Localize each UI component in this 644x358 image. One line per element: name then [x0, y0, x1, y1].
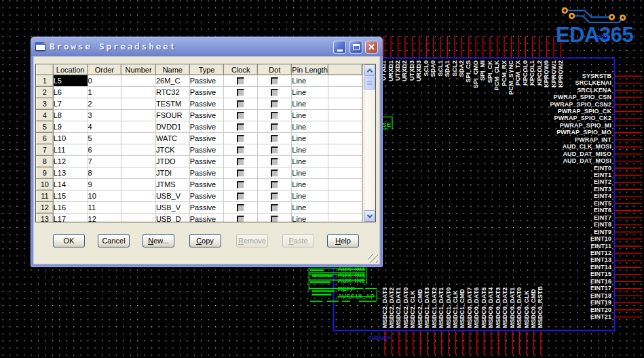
cell-name[interactable]: WATC: [155, 133, 189, 144]
clock-checkbox[interactable]: [237, 135, 244, 142]
clock-checkbox[interactable]: [237, 112, 244, 119]
cell-clock[interactable]: [224, 121, 258, 133]
column-header[interactable]: [37, 65, 54, 75]
cell-location[interactable]: L9: [53, 121, 88, 133]
clock-checkbox[interactable]: [237, 89, 244, 96]
cell-order[interactable]: 10: [88, 191, 121, 202]
cell-pin-length[interactable]: Line: [292, 202, 328, 214]
cell-name[interactable]: JTDO: [155, 156, 189, 167]
cell-number[interactable]: [121, 121, 156, 133]
cell-location[interactable]: L14: [53, 179, 88, 191]
row-number[interactable]: 1: [37, 75, 54, 87]
dot-checkbox[interactable]: [271, 100, 278, 108]
cell-clock[interactable]: [224, 214, 258, 222]
cell-name[interactable]: USB_D: [155, 214, 189, 222]
cell-pin-length[interactable]: Line: [292, 214, 328, 222]
dot-checkbox[interactable]: [271, 77, 278, 85]
cell-type[interactable]: Passive: [189, 214, 224, 222]
cell-location[interactable]: L11: [53, 144, 88, 156]
clock-checkbox[interactable]: [237, 193, 244, 200]
paste-button[interactable]: Paste: [282, 234, 314, 247]
row-number[interactable]: 4: [37, 110, 54, 121]
cell-number[interactable]: [121, 133, 156, 144]
cell-type[interactable]: Passive: [189, 110, 224, 121]
cell-order[interactable]: 0: [88, 75, 121, 87]
cell-number[interactable]: [121, 167, 156, 179]
cell-order[interactable]: 2: [88, 98, 121, 110]
column-header[interactable]: Clock: [224, 65, 258, 75]
cell-number[interactable]: [121, 214, 156, 222]
cell-type[interactable]: Passive: [189, 144, 224, 156]
dot-checkbox[interactable]: [271, 204, 278, 212]
cancel-button[interactable]: Cancel: [98, 234, 130, 247]
cell-pin-length[interactable]: Line: [292, 121, 328, 133]
cell-clock[interactable]: [224, 98, 258, 110]
cell-number[interactable]: [121, 156, 156, 167]
cell-pin-length[interactable]: Line: [292, 191, 328, 202]
cell-location[interactable]: L12: [53, 156, 88, 167]
column-header[interactable]: Order: [88, 65, 121, 75]
cell-location[interactable]: L15: [53, 191, 88, 202]
cell-pin-length[interactable]: Line: [292, 110, 328, 121]
cell-dot[interactable]: [258, 75, 292, 87]
cell-order[interactable]: 12: [88, 214, 121, 222]
clock-checkbox[interactable]: [237, 100, 244, 108]
cell-location[interactable]: L7: [53, 98, 88, 110]
cell-pin-length[interactable]: Line: [292, 98, 328, 110]
cell-pin-length[interactable]: Line: [292, 133, 328, 144]
cell-clock[interactable]: [224, 156, 258, 167]
cell-dot[interactable]: [258, 144, 292, 156]
dot-checkbox[interactable]: [271, 216, 278, 222]
cell-type[interactable]: Passive: [189, 87, 224, 98]
cell-order[interactable]: 11: [88, 202, 121, 214]
cell-order[interactable]: 4: [88, 121, 121, 133]
clock-checkbox[interactable]: [237, 77, 244, 85]
row-number[interactable]: 3: [37, 98, 54, 110]
dot-checkbox[interactable]: [271, 181, 278, 188]
cell-dot[interactable]: [258, 167, 292, 179]
cell-location[interactable]: L8: [53, 110, 88, 121]
cell-location[interactable]: L6: [53, 87, 88, 98]
copy-button[interactable]: Copy: [189, 234, 221, 247]
row-number[interactable]: 2: [37, 87, 54, 98]
row-number[interactable]: 13: [37, 214, 54, 222]
dialog-titlebar[interactable]: Browse Spreadsheet ✕: [31, 37, 383, 56]
cell-pin-length[interactable]: Line: [292, 167, 328, 179]
cell-name[interactable]: JTDI: [155, 167, 189, 179]
cell-number[interactable]: [121, 87, 156, 98]
cell-type[interactable]: Passive: [189, 202, 224, 214]
cell-number[interactable]: [121, 202, 156, 214]
cell-type[interactable]: Passive: [189, 191, 224, 202]
clock-checkbox[interactable]: [237, 146, 244, 154]
dot-checkbox[interactable]: [271, 146, 278, 154]
cell-type[interactable]: Passive: [189, 179, 224, 191]
dot-checkbox[interactable]: [271, 158, 278, 165]
cell-dot[interactable]: [258, 98, 292, 110]
cell-clock[interactable]: [224, 202, 258, 214]
column-header[interactable]: Location: [53, 65, 88, 75]
cell-pin-length[interactable]: Line: [292, 179, 328, 191]
cell-location[interactable]: L16: [53, 202, 88, 214]
row-number[interactable]: 8: [37, 156, 54, 167]
new-button[interactable]: New...: [143, 234, 174, 247]
cell-location[interactable]: L13: [53, 167, 88, 179]
clock-checkbox[interactable]: [237, 216, 244, 222]
column-header[interactable]: Type: [189, 65, 224, 75]
cell-order[interactable]: 8: [88, 167, 121, 179]
cell-order[interactable]: 6: [88, 144, 121, 156]
cell-name[interactable]: 26M_C: [155, 75, 189, 87]
clock-checkbox[interactable]: [237, 204, 244, 212]
dot-checkbox[interactable]: [271, 89, 278, 96]
cell-clock[interactable]: [224, 87, 258, 98]
scroll-up-button[interactable]: [364, 64, 375, 76]
scrollbar-thumb[interactable]: [364, 77, 375, 90]
cell-pin-length[interactable]: Line: [292, 75, 328, 87]
close-button[interactable]: ✕: [365, 41, 378, 54]
cell-order[interactable]: 3: [88, 110, 121, 121]
cell-dot[interactable]: [258, 214, 292, 222]
column-header[interactable]: Pin Length: [292, 65, 328, 75]
cell-number[interactable]: [121, 191, 156, 202]
cell-dot[interactable]: [258, 121, 292, 133]
cell-location[interactable]: L17: [53, 214, 88, 222]
row-number[interactable]: 12: [37, 202, 54, 214]
